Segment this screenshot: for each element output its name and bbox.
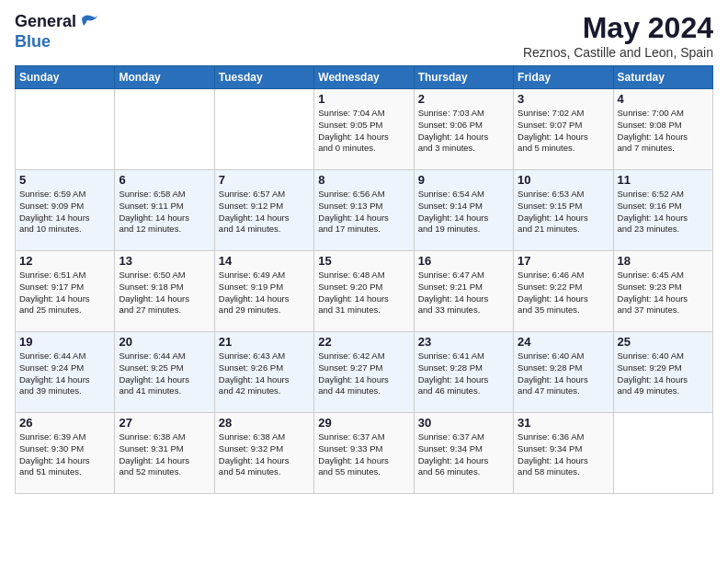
day-info: Sunrise: 6:56 AMSunset: 9:13 PMDaylight:…: [318, 189, 409, 236]
day-info: Sunrise: 6:40 AMSunset: 9:28 PMDaylight:…: [518, 350, 609, 397]
calendar-cell: 30Sunrise: 6:37 AMSunset: 9:34 PMDayligh…: [414, 413, 513, 494]
day-info: Sunrise: 6:46 AMSunset: 9:22 PMDaylight:…: [518, 270, 609, 316]
weekday-header-friday: Friday: [514, 66, 613, 89]
calendar-cell: 25Sunrise: 6:40 AMSunset: 9:29 PMDayligh…: [613, 332, 712, 413]
day-number: 23: [418, 335, 509, 349]
day-info: Sunrise: 6:57 AMSunset: 9:12 PMDaylight:…: [219, 189, 310, 236]
calendar-cell: 10Sunrise: 6:53 AMSunset: 9:15 PMDayligh…: [514, 170, 613, 251]
calendar-week-row: 5Sunrise: 6:59 AMSunset: 9:09 PMDaylight…: [16, 170, 713, 251]
calendar-week-row: 26Sunrise: 6:39 AMSunset: 9:30 PMDayligh…: [16, 413, 713, 494]
day-number: 13: [119, 254, 210, 268]
calendar-cell: 5Sunrise: 6:59 AMSunset: 9:09 PMDaylight…: [16, 170, 115, 251]
day-info: Sunrise: 6:58 AMSunset: 9:11 PMDaylight:…: [119, 189, 210, 236]
calendar-cell: 18Sunrise: 6:45 AMSunset: 9:23 PMDayligh…: [613, 251, 712, 332]
calendar-cell: 31Sunrise: 6:36 AMSunset: 9:34 PMDayligh…: [514, 413, 613, 494]
day-number: 9: [418, 173, 509, 187]
day-number: 5: [19, 173, 110, 187]
calendar-cell: 3Sunrise: 7:02 AMSunset: 9:07 PMDaylight…: [514, 89, 613, 170]
calendar-cell: 21Sunrise: 6:43 AMSunset: 9:26 PMDayligh…: [214, 332, 313, 413]
day-info: Sunrise: 6:39 AMSunset: 9:30 PMDaylight:…: [19, 431, 110, 478]
day-info: Sunrise: 6:53 AMSunset: 9:15 PMDaylight:…: [518, 189, 609, 236]
day-info: Sunrise: 6:38 AMSunset: 9:32 PMDaylight:…: [219, 431, 310, 478]
day-number: 19: [19, 335, 110, 349]
calendar-cell: 23Sunrise: 6:41 AMSunset: 9:28 PMDayligh…: [414, 332, 513, 413]
weekday-header-monday: Monday: [115, 66, 214, 89]
calendar-cell: 19Sunrise: 6:44 AMSunset: 9:24 PMDayligh…: [16, 332, 115, 413]
calendar-table: SundayMondayTuesdayWednesdayThursdayFrid…: [15, 65, 713, 494]
day-number: 8: [318, 173, 409, 187]
day-number: 31: [518, 416, 609, 430]
day-number: 16: [418, 254, 509, 268]
weekday-header-row: SundayMondayTuesdayWednesdayThursdayFrid…: [16, 66, 713, 89]
day-number: 28: [219, 416, 310, 430]
day-info: Sunrise: 6:44 AMSunset: 9:25 PMDaylight:…: [119, 350, 210, 397]
day-number: 4: [618, 92, 709, 106]
day-number: 30: [418, 416, 509, 430]
day-info: Sunrise: 7:04 AMSunset: 9:05 PMDaylight:…: [318, 108, 409, 155]
calendar-cell: [115, 89, 214, 170]
day-info: Sunrise: 7:02 AMSunset: 9:07 PMDaylight:…: [518, 108, 609, 155]
day-info: Sunrise: 6:38 AMSunset: 9:31 PMDaylight:…: [119, 431, 210, 478]
day-info: Sunrise: 6:52 AMSunset: 9:16 PMDaylight:…: [618, 189, 709, 236]
day-number: 1: [318, 92, 409, 106]
calendar-week-row: 12Sunrise: 6:51 AMSunset: 9:17 PMDayligh…: [16, 251, 713, 332]
main-title: May 2024: [523, 11, 713, 45]
logo-text-blue: Blue: [15, 32, 51, 51]
day-info: Sunrise: 6:49 AMSunset: 9:19 PMDaylight:…: [219, 270, 310, 316]
day-info: Sunrise: 6:47 AMSunset: 9:21 PMDaylight:…: [418, 270, 509, 316]
day-info: Sunrise: 6:48 AMSunset: 9:20 PMDaylight:…: [318, 270, 409, 316]
page: General Blue May 2024 Reznos, Castille a…: [0, 0, 728, 501]
day-number: 18: [618, 254, 709, 268]
calendar-cell: 7Sunrise: 6:57 AMSunset: 9:12 PMDaylight…: [214, 170, 313, 251]
calendar-cell: [613, 413, 712, 494]
calendar-cell: 14Sunrise: 6:49 AMSunset: 9:19 PMDayligh…: [214, 251, 313, 332]
day-number: 3: [518, 92, 609, 106]
calendar-cell: [16, 89, 115, 170]
day-info: Sunrise: 6:36 AMSunset: 9:34 PMDaylight:…: [518, 431, 609, 478]
day-number: 7: [219, 173, 310, 187]
day-number: 6: [119, 173, 210, 187]
calendar-cell: 9Sunrise: 6:54 AMSunset: 9:14 PMDaylight…: [414, 170, 513, 251]
day-number: 21: [219, 335, 310, 349]
weekday-header-tuesday: Tuesday: [214, 66, 313, 89]
day-info: Sunrise: 6:43 AMSunset: 9:26 PMDaylight:…: [219, 350, 310, 397]
calendar-cell: 29Sunrise: 6:37 AMSunset: 9:33 PMDayligh…: [314, 413, 414, 494]
day-info: Sunrise: 6:50 AMSunset: 9:18 PMDaylight:…: [119, 270, 210, 316]
day-info: Sunrise: 7:00 AMSunset: 9:08 PMDaylight:…: [618, 108, 709, 155]
day-number: 25: [618, 335, 709, 349]
calendar-cell: 15Sunrise: 6:48 AMSunset: 9:20 PMDayligh…: [314, 251, 414, 332]
calendar-cell: 20Sunrise: 6:44 AMSunset: 9:25 PMDayligh…: [115, 332, 214, 413]
day-info: Sunrise: 6:45 AMSunset: 9:23 PMDaylight:…: [618, 270, 709, 316]
day-number: 15: [318, 254, 409, 268]
day-number: 29: [318, 416, 409, 430]
day-info: Sunrise: 6:44 AMSunset: 9:24 PMDaylight:…: [19, 350, 110, 397]
day-number: 2: [418, 92, 509, 106]
day-number: 26: [19, 416, 110, 430]
subtitle: Reznos, Castille and Leon, Spain: [523, 45, 713, 60]
day-number: 14: [219, 254, 310, 268]
calendar-cell: 24Sunrise: 6:40 AMSunset: 9:28 PMDayligh…: [514, 332, 613, 413]
calendar-cell: 6Sunrise: 6:58 AMSunset: 9:11 PMDaylight…: [115, 170, 214, 251]
calendar-cell: 2Sunrise: 7:03 AMSunset: 9:06 PMDaylight…: [414, 89, 513, 170]
weekday-header-saturday: Saturday: [613, 66, 712, 89]
calendar-cell: 16Sunrise: 6:47 AMSunset: 9:21 PMDayligh…: [414, 251, 513, 332]
logo-bird-icon: [78, 11, 100, 33]
weekday-header-sunday: Sunday: [16, 66, 115, 89]
calendar-cell: 13Sunrise: 6:50 AMSunset: 9:18 PMDayligh…: [115, 251, 214, 332]
calendar-cell: 12Sunrise: 6:51 AMSunset: 9:17 PMDayligh…: [16, 251, 115, 332]
day-info: Sunrise: 6:41 AMSunset: 9:28 PMDaylight:…: [418, 350, 509, 397]
calendar-cell: 28Sunrise: 6:38 AMSunset: 9:32 PMDayligh…: [214, 413, 313, 494]
day-number: 11: [618, 173, 709, 187]
day-number: 17: [518, 254, 609, 268]
day-info: Sunrise: 6:51 AMSunset: 9:17 PMDaylight:…: [19, 270, 110, 316]
calendar-cell: 26Sunrise: 6:39 AMSunset: 9:30 PMDayligh…: [16, 413, 115, 494]
day-number: 10: [518, 173, 609, 187]
day-info: Sunrise: 6:59 AMSunset: 9:09 PMDaylight:…: [19, 189, 110, 236]
calendar-cell: 17Sunrise: 6:46 AMSunset: 9:22 PMDayligh…: [514, 251, 613, 332]
day-info: Sunrise: 6:42 AMSunset: 9:27 PMDaylight:…: [318, 350, 409, 397]
calendar-cell: 11Sunrise: 6:52 AMSunset: 9:16 PMDayligh…: [613, 170, 712, 251]
calendar-cell: 27Sunrise: 6:38 AMSunset: 9:31 PMDayligh…: [115, 413, 214, 494]
calendar-cell: 8Sunrise: 6:56 AMSunset: 9:13 PMDaylight…: [314, 170, 414, 251]
day-number: 22: [318, 335, 409, 349]
calendar-cell: 1Sunrise: 7:04 AMSunset: 9:05 PMDaylight…: [314, 89, 414, 170]
